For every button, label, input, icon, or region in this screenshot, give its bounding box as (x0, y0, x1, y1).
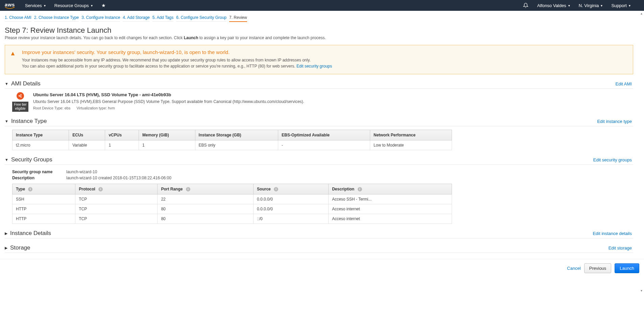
column-header: ECUs (69, 130, 105, 140)
info-icon[interactable]: i (358, 187, 362, 191)
security-group-rules-table: Type iProtocol iPort Range iSource iDesc… (12, 184, 452, 224)
instance-type-table: Instance TypeECUsvCPUsMemory (GiB)Instan… (12, 130, 452, 150)
cancel-button[interactable]: Cancel (567, 266, 580, 271)
chevron-down-icon: ▾ (629, 4, 630, 7)
edit-instance-details-link[interactable]: Edit instance details (593, 231, 632, 236)
pin-icon[interactable]: ★ (101, 3, 106, 8)
section-title: AMI Details (11, 80, 41, 87)
services-menu[interactable]: Services▾ (25, 3, 46, 8)
launch-button[interactable]: Launch (615, 263, 639, 273)
column-header: Description i (329, 184, 452, 194)
column-header: Source i (254, 184, 329, 194)
wizard-step-2[interactable]: 2. Choose Instance Type (34, 15, 79, 22)
sg-desc-value: launch-wizard-10 created 2018-01-15T13:0… (66, 176, 171, 180)
cell: ::/0 (254, 214, 329, 224)
ami-meta: Root Device Type: ebsVirtualization type… (33, 106, 633, 110)
instance-details-section: ▶ Instance Details Edit instance details (5, 230, 633, 238)
cell: EBS only (195, 140, 278, 150)
cell: Acceso internet (329, 204, 452, 214)
wizard-step-5[interactable]: 5. Add Tags (152, 15, 174, 22)
cell: t2.micro (13, 140, 69, 150)
cell: HTTP (13, 204, 75, 214)
cell: 1 (139, 140, 195, 150)
column-header: Protocol i (75, 184, 158, 194)
sg-name-label: Security group name (12, 169, 66, 174)
cell: 0.0.0.0/0 (254, 204, 329, 214)
column-header: Type i (13, 184, 75, 194)
warning-line: You can also open additional ports in yo… (22, 64, 296, 69)
column-header: vCPUs (105, 130, 139, 140)
edit-instance-type-link[interactable]: Edit instance type (597, 119, 632, 124)
page-title: Step 7: Review Instance Launch (5, 26, 633, 35)
edit-security-groups-link[interactable]: Edit security groups (593, 157, 632, 162)
table-row: SSHTCP220.0.0.0/0Acceso SSH - Termi... (13, 194, 452, 204)
footer-actions: Cancel Previous Launch (0, 259, 644, 277)
section-title: Instance Type (11, 118, 47, 125)
scroll-up-icon[interactable]: ▴ (639, 11, 644, 16)
sg-desc-label: Description (12, 176, 66, 180)
chevron-down-icon: ▾ (44, 4, 46, 7)
cell: TCP (75, 204, 158, 214)
support-menu[interactable]: Support▾ (611, 3, 630, 8)
edit-security-groups-link[interactable]: Edit security groups (296, 64, 332, 69)
chevron-down-icon: ▾ (568, 4, 570, 7)
svg-point-0 (19, 96, 20, 97)
svg-point-1 (21, 94, 22, 95)
cell: 80 (158, 204, 254, 214)
wizard-step-6[interactable]: 6. Configure Security Group (176, 15, 226, 22)
page-description: Please review your instance launch detai… (5, 35, 633, 40)
cell: Variable (69, 140, 105, 150)
region-menu[interactable]: N. Virginia▾ (579, 3, 603, 8)
info-icon[interactable]: i (28, 187, 32, 191)
wizard-step-4[interactable]: 4. Add Storage (123, 15, 149, 22)
previous-button[interactable]: Previous (584, 263, 612, 273)
warning-icon: ▲ (10, 50, 16, 69)
section-title: Instance Details (10, 230, 51, 237)
security-warning: ▲ Improve your instances' security. Your… (5, 45, 633, 74)
collapse-toggle-icon[interactable]: ▼ (5, 158, 8, 162)
expand-toggle-icon[interactable]: ▶ (5, 231, 7, 236)
resource-groups-menu[interactable]: Resource Groups▾ (54, 3, 93, 8)
table-row: HTTPTCP80::/0Acceso internet (13, 214, 452, 224)
collapse-toggle-icon[interactable]: ▼ (5, 82, 8, 86)
table-row: HTTPTCP800.0.0.0/0Acceso internet (13, 204, 452, 214)
edit-ami-link[interactable]: Edit AMI (616, 81, 632, 86)
chevron-down-icon: ▾ (601, 4, 602, 7)
column-header: Memory (GiB) (139, 130, 195, 140)
cell: HTTP (13, 214, 75, 224)
svg-point-2 (21, 97, 22, 98)
cell: TCP (75, 214, 158, 224)
cell: Acceso SSH - Termi... (329, 194, 452, 204)
cell: 1 (105, 140, 139, 150)
wizard-step-3[interactable]: 3. Configure Instance (81, 15, 120, 22)
edit-storage-link[interactable]: Edit storage (609, 245, 632, 251)
column-header: Instance Storage (GB) (195, 130, 278, 140)
info-icon[interactable]: i (186, 187, 190, 191)
scrollbar[interactable]: ▴ ▾ (639, 11, 644, 277)
instance-type-section: ▼ Instance Type Edit instance type Insta… (5, 118, 633, 150)
sg-name-value: launch-wizard-10 (66, 169, 97, 174)
cell: 22 (158, 194, 254, 204)
column-header: Instance Type (13, 130, 69, 140)
top-nav: aws Services▾ Resource Groups▾ ★ Alfonso… (0, 0, 644, 11)
ubuntu-icon (17, 92, 24, 100)
expand-toggle-icon[interactable]: ▶ (5, 246, 7, 250)
collapse-toggle-icon[interactable]: ▼ (5, 119, 8, 123)
cell: 80 (158, 214, 254, 224)
account-menu[interactable]: Alfonso Valdes▾ (537, 3, 570, 8)
info-icon[interactable]: i (98, 187, 103, 191)
cell: Low to Moderate (370, 140, 452, 150)
ami-description: Ubuntu Server 16.04 LTS (HVM),EBS Genera… (33, 99, 633, 104)
storage-section: ▶ Storage Edit storage (5, 244, 633, 253)
info-icon[interactable]: i (274, 187, 278, 191)
warning-title: Improve your instances' security. Your s… (22, 49, 332, 55)
cell: 0.0.0.0/0 (254, 194, 329, 204)
aws-logo[interactable]: aws (5, 2, 15, 9)
table-row: t2.microVariable11EBS only-Low to Modera… (13, 140, 452, 150)
notifications-bell-icon[interactable] (523, 3, 528, 8)
wizard-step-7: 7. Review (229, 15, 247, 22)
warning-line: Your instances may be accessible from an… (22, 57, 332, 63)
chevron-down-icon: ▾ (91, 4, 93, 7)
cell: - (278, 140, 370, 150)
wizard-step-1[interactable]: 1. Choose AMI (5, 15, 31, 22)
